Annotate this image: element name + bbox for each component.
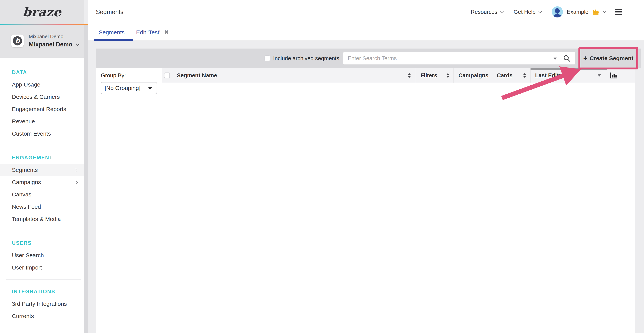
sidebar-item-canvas[interactable]: Canvas — [0, 188, 84, 201]
chevron-down-icon — [538, 10, 542, 13]
divider — [6, 146, 81, 146]
column-last-edited[interactable]: Last Edited — [530, 68, 607, 83]
workspace-app-icon: b — [11, 35, 24, 47]
sidebar-item-templates-media[interactable]: Templates & Media — [0, 213, 84, 225]
column-segment-name[interactable]: Segment Name — [172, 68, 415, 83]
section-label-users: USERS — [0, 237, 84, 249]
search-icon[interactable] — [563, 55, 570, 62]
sidebar-item-user-search[interactable]: User Search — [0, 249, 84, 261]
search-dropdown-caret-icon[interactable] — [554, 58, 557, 60]
content-area: Include archived segments Group By: [No … — [88, 41, 644, 333]
workspace-switcher[interactable]: b Mixpanel Demo Mixpanel Demo — [0, 24, 84, 58]
avatar-person-icon — [555, 8, 560, 14]
table-header-row: Segment Name Filters Campaigns Cards — [162, 68, 634, 83]
tab-segments[interactable]: Segments — [99, 24, 124, 41]
sidebar-item-news-feed[interactable]: News Feed — [0, 201, 84, 213]
sidebar-item-currents[interactable]: Currents — [0, 310, 84, 322]
tab-bar: Segments Edit 'Test' ✖ — [88, 24, 644, 41]
section-label-engagement: ENGAGEMENT — [0, 152, 84, 164]
sidebar-item-devices-carriers[interactable]: Devices & Carriers — [0, 91, 84, 103]
segments-toolbar: Include archived segments — [96, 49, 641, 68]
sidebar-item-segments[interactable]: Segments — [0, 164, 84, 176]
resources-menu[interactable]: Resources — [471, 9, 503, 15]
user-avatar[interactable] — [552, 6, 563, 18]
sidebar-item-custom-events[interactable]: Custom Events — [0, 128, 84, 140]
chevron-down-icon[interactable] — [603, 10, 606, 13]
brand-gradient-bar — [0, 24, 88, 25]
search-field — [343, 52, 576, 65]
workspace-company: Mixpanel Demo — [29, 34, 79, 40]
sidebar-item-campaigns[interactable]: Campaigns — [0, 176, 84, 188]
divider — [6, 279, 81, 280]
chevron-down-icon — [148, 87, 152, 90]
divider — [6, 231, 81, 231]
segments-table: Segment Name Filters Campaigns Cards — [162, 68, 634, 333]
top-bar: Segments Resources Get Help Example — [88, 0, 644, 24]
section-label-data: DATA — [0, 66, 84, 79]
column-filters[interactable]: Filters — [415, 68, 454, 83]
group-by-value: [No Grouping] — [105, 85, 140, 91]
chevron-down-icon[interactable] — [598, 74, 601, 77]
archived-filter: Include archived segments — [264, 55, 339, 62]
select-all-cell — [162, 68, 172, 83]
group-by-label: Group By: — [101, 72, 162, 79]
group-by-panel: Group By: [No Grouping] — [96, 68, 162, 333]
chevron-down-icon — [500, 10, 504, 13]
sidebar: braze b Mixpanel Demo Mixpanel Demo DATA… — [0, 0, 84, 333]
sidebar-nav: DATA App Usage Devices & Carriers Engage… — [0, 58, 84, 322]
bar-chart-icon — [610, 72, 618, 79]
sidebar-item-app-usage[interactable]: App Usage — [0, 79, 84, 91]
sort-icon[interactable] — [408, 73, 411, 78]
sidebar-item-revenue[interactable]: Revenue — [0, 115, 84, 128]
app-icon-letter: b — [13, 36, 22, 46]
sidebar-item-3rd-party-integrations[interactable]: 3rd Party Integrations — [0, 298, 84, 310]
user-name: Example — [567, 9, 588, 15]
create-segment-button[interactable]: + Create Segment — [583, 55, 633, 62]
sort-icon[interactable] — [523, 73, 526, 78]
sidebar-logo-area: braze — [0, 0, 84, 24]
plus-icon: + — [583, 55, 587, 62]
group-by-select[interactable]: [No Grouping] — [101, 82, 157, 94]
column-empty — [620, 68, 634, 83]
braze-app: braze b Mixpanel Demo Mixpanel Demo DATA… — [0, 0, 644, 333]
get-help-menu[interactable]: Get Help — [514, 9, 541, 15]
braze-logo: braze — [22, 5, 62, 19]
top-nav: Resources Get Help Example — [471, 6, 644, 18]
section-label-integrations: INTEGRATIONS — [0, 285, 84, 298]
search-input[interactable] — [343, 52, 576, 65]
sidebar-scrollbar[interactable] — [84, 25, 88, 333]
column-cards[interactable]: Cards — [492, 68, 530, 83]
workspace-text: Mixpanel Demo Mixpanel Demo — [29, 34, 79, 48]
workspace-app-group: Mixpanel Demo — [29, 41, 72, 48]
chevron-down-icon[interactable] — [76, 42, 80, 46]
select-all-checkbox[interactable] — [164, 73, 170, 78]
close-icon[interactable]: ✖ — [164, 29, 169, 36]
include-archived-checkbox[interactable] — [264, 56, 270, 61]
chevron-right-icon — [74, 180, 78, 184]
main-area: Segments Resources Get Help Example — [88, 0, 644, 333]
chevron-right-icon — [74, 168, 78, 172]
annotation-highlight-box: + Create Segment — [578, 47, 638, 70]
sidebar-item-engagement-reports[interactable]: Engagement Reports — [0, 103, 84, 115]
sidebar-item-user-import[interactable]: User Import — [0, 261, 84, 274]
crown-icon — [592, 9, 600, 15]
column-analytics[interactable] — [607, 68, 620, 83]
sort-icon[interactable] — [446, 73, 449, 78]
menu-icon[interactable] — [615, 9, 622, 15]
include-archived-label[interactable]: Include archived segments — [273, 55, 339, 62]
tab-edit-test[interactable]: Edit 'Test' ✖ — [136, 24, 169, 41]
column-campaigns[interactable]: Campaigns — [454, 68, 492, 83]
page-title: Segments — [96, 9, 124, 16]
